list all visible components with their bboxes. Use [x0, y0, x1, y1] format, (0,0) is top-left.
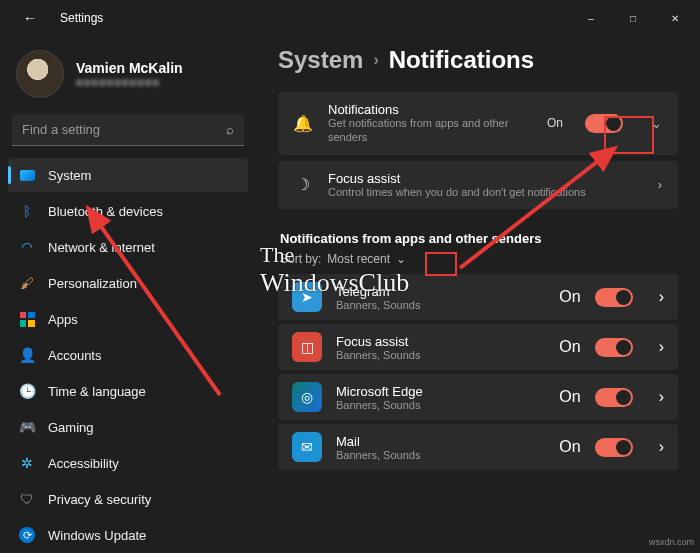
- app-subtitle: Banners, Sounds: [336, 299, 545, 311]
- app-icon: ◫: [292, 332, 322, 362]
- app-name: Mail: [336, 434, 545, 449]
- card-title: Focus assist: [328, 171, 642, 186]
- sidebar-item-label: Accounts: [48, 348, 101, 363]
- chevron-right-icon[interactable]: ›: [659, 288, 664, 306]
- user-account-row[interactable]: Vamien McKalin ■■■■■■■■■■■: [8, 44, 248, 112]
- toggle-state-label: On: [559, 388, 580, 406]
- app-icon: ◎: [292, 382, 322, 412]
- sidebar-item-bluetooth[interactable]: ᛒ Bluetooth & devices: [8, 194, 248, 228]
- card-subtitle: Get notifications from apps and other se…: [328, 117, 533, 145]
- moon-icon: ☽: [292, 175, 314, 194]
- sidebar-item-accounts[interactable]: 👤 Accounts: [8, 338, 248, 372]
- sort-label: Sort by:: [280, 252, 321, 266]
- sidebar-item-privacy[interactable]: 🛡 Privacy & security: [8, 482, 248, 516]
- sidebar-item-label: Apps: [48, 312, 78, 327]
- toggle-state-label: On: [559, 338, 580, 356]
- app-toggle[interactable]: [595, 388, 633, 407]
- system-icon: [18, 166, 36, 184]
- accessibility-icon: ✲: [18, 454, 36, 472]
- breadcrumb: System › Notifications: [278, 46, 678, 74]
- app-notification-row[interactable]: ➤TelegramBanners, SoundsOn›: [278, 274, 678, 320]
- app-subtitle: Banners, Sounds: [336, 349, 545, 361]
- app-name: Microsoft Edge: [336, 384, 545, 399]
- app-subtitle: Banners, Sounds: [336, 449, 545, 461]
- app-name: Focus assist: [336, 334, 545, 349]
- app-icon: ✉: [292, 432, 322, 462]
- sidebar-item-label: Personalization: [48, 276, 137, 291]
- main-content: System › Notifications 🔔 Notifications G…: [256, 36, 700, 553]
- app-icon: ➤: [292, 282, 322, 312]
- sidebar-item-time[interactable]: 🕒 Time & language: [8, 374, 248, 408]
- window-controls: – □ ✕: [570, 2, 696, 34]
- clock-globe-icon: 🕒: [18, 382, 36, 400]
- user-email: ■■■■■■■■■■■: [76, 76, 183, 88]
- avatar: [16, 50, 64, 98]
- toggle-state-label: On: [547, 116, 563, 130]
- user-name: Vamien McKalin: [76, 60, 183, 76]
- toggle-state-label: On: [559, 288, 580, 306]
- sidebar-item-label: Network & internet: [48, 240, 155, 255]
- focus-assist-card[interactable]: ☽ Focus assist Control times when you do…: [278, 161, 678, 210]
- close-button[interactable]: ✕: [654, 2, 696, 34]
- sidebar-item-network[interactable]: ◠ Network & internet: [8, 230, 248, 264]
- sidebar-item-accessibility[interactable]: ✲ Accessibility: [8, 446, 248, 480]
- bell-icon: 🔔: [292, 114, 314, 133]
- card-subtitle: Control times when you do and don't get …: [328, 186, 642, 200]
- app-toggle[interactable]: [595, 438, 633, 457]
- maximize-button[interactable]: □: [612, 2, 654, 34]
- search-icon: ⌕: [226, 122, 234, 137]
- sidebar-item-label: Time & language: [48, 384, 146, 399]
- sidebar-item-update[interactable]: ⟳ Windows Update: [8, 518, 248, 552]
- card-title: Notifications: [328, 102, 533, 117]
- chevron-down-icon: ⌄: [396, 252, 406, 266]
- window-title: Settings: [60, 11, 103, 25]
- toggle-state-label: On: [559, 438, 580, 456]
- chevron-right-icon[interactable]: ›: [659, 388, 664, 406]
- back-button[interactable]: ←: [14, 2, 46, 34]
- brush-icon: 🖌: [18, 274, 36, 292]
- section-heading: Notifications from apps and other sender…: [280, 231, 678, 246]
- chevron-down-icon[interactable]: ⌄: [649, 116, 664, 131]
- sidebar: Vamien McKalin ■■■■■■■■■■■ ⌕ System ᛒ Bl…: [0, 36, 256, 553]
- sidebar-item-system[interactable]: System: [8, 158, 248, 192]
- titlebar: ← Settings – □ ✕: [0, 0, 700, 36]
- sidebar-item-label: Gaming: [48, 420, 94, 435]
- chevron-right-icon[interactable]: ›: [656, 177, 664, 192]
- search-container: ⌕: [8, 114, 248, 156]
- minimize-button[interactable]: –: [570, 2, 612, 34]
- app-notification-list: ➤TelegramBanners, SoundsOn›◫Focus assist…: [278, 274, 678, 470]
- notifications-expander[interactable]: 🔔 Notifications Get notifications from a…: [278, 92, 678, 155]
- app-name: Telegram: [336, 284, 545, 299]
- app-notification-row[interactable]: ✉MailBanners, SoundsOn›: [278, 424, 678, 470]
- update-icon: ⟳: [18, 526, 36, 544]
- sidebar-item-label: Privacy & security: [48, 492, 151, 507]
- app-notification-row[interactable]: ◎Microsoft EdgeBanners, SoundsOn›: [278, 374, 678, 420]
- sidebar-item-label: Bluetooth & devices: [48, 204, 163, 219]
- apps-icon: [18, 310, 36, 328]
- sort-dropdown[interactable]: Sort by: Most recent ⌄: [280, 252, 678, 266]
- breadcrumb-current: Notifications: [389, 46, 534, 74]
- sidebar-item-label: Accessibility: [48, 456, 119, 471]
- app-notification-row[interactable]: ◫Focus assistBanners, SoundsOn›: [278, 324, 678, 370]
- app-subtitle: Banners, Sounds: [336, 399, 545, 411]
- sidebar-item-label: System: [48, 168, 91, 183]
- breadcrumb-parent[interactable]: System: [278, 46, 363, 74]
- sidebar-item-gaming[interactable]: 🎮 Gaming: [8, 410, 248, 444]
- notifications-toggle[interactable]: [585, 114, 623, 133]
- bluetooth-icon: ᛒ: [18, 202, 36, 220]
- search-input[interactable]: [12, 114, 244, 146]
- app-toggle[interactable]: [595, 338, 633, 357]
- sidebar-item-label: Windows Update: [48, 528, 146, 543]
- app-toggle[interactable]: [595, 288, 633, 307]
- sidebar-item-apps[interactable]: Apps: [8, 302, 248, 336]
- person-icon: 👤: [18, 346, 36, 364]
- sort-value: Most recent: [327, 252, 390, 266]
- shield-icon: 🛡: [18, 490, 36, 508]
- sidebar-item-personalization[interactable]: 🖌 Personalization: [8, 266, 248, 300]
- wifi-icon: ◠: [18, 238, 36, 256]
- chevron-right-icon[interactable]: ›: [659, 338, 664, 356]
- chevron-right-icon[interactable]: ›: [659, 438, 664, 456]
- gaming-icon: 🎮: [18, 418, 36, 436]
- chevron-right-icon: ›: [373, 51, 378, 69]
